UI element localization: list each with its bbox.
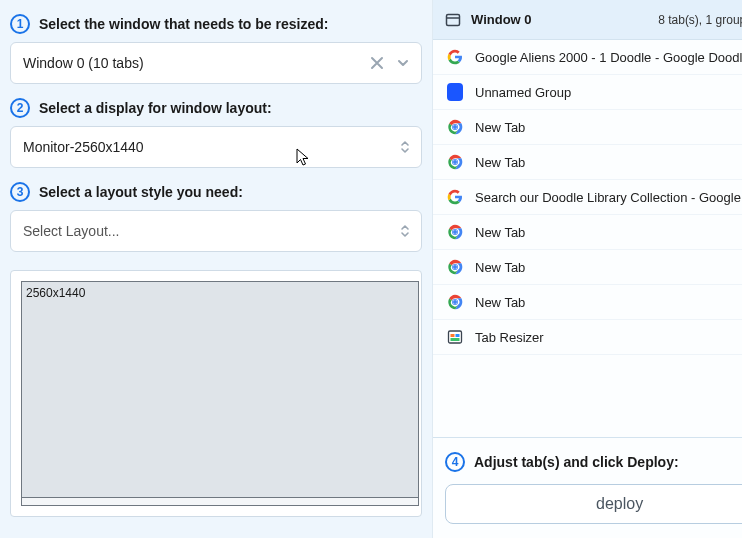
clear-icon[interactable] [369,55,385,71]
svg-point-13 [453,230,457,234]
google-icon [447,189,463,205]
google-icon [447,49,463,65]
sort-icon[interactable] [399,139,411,155]
window-select[interactable]: Window 0 (10 tabs) [10,42,422,84]
svg-point-17 [453,265,457,269]
display-select-value: Monitor-2560x1440 [23,139,144,155]
tab-label: Unnamed Group [475,85,571,100]
tab-label: New Tab [475,260,525,275]
tab-label: New Tab [475,155,525,170]
step-2-label: Select a display for window layout: [39,100,272,116]
svg-point-21 [453,300,457,304]
tab-row[interactable]: Google Aliens 2000 - 1 Doodle - Google D… [433,40,742,75]
svg-rect-24 [456,334,460,337]
chrome-icon [447,119,463,135]
tab-label: Search our Doodle Library Collection - G… [475,190,742,205]
window-title: Window 0 [471,12,532,27]
chrome-icon [447,294,463,310]
layout-preview-container: 2560x1440 [10,270,422,517]
window-meta: 8 tab(s), 1 group(s) [658,13,742,27]
tab-row[interactable]: New Tab [433,285,742,320]
step-3-label: Select a layout style you need: [39,184,243,200]
tab-label: New Tab [475,120,525,135]
step-1-header: 1 Select the window that needs to be res… [10,14,422,34]
svg-rect-23 [451,334,455,337]
group-icon [447,84,463,100]
svg-rect-25 [451,338,460,341]
svg-point-5 [453,125,457,129]
step-2-header: 2 Select a display for window layout: [10,98,422,118]
tab-label: New Tab [475,295,525,310]
svg-rect-22 [449,331,462,343]
resizer-icon [447,329,463,345]
step-3-badge: 3 [10,182,30,202]
tab-row[interactable]: Unnamed Group [433,75,742,110]
svg-point-9 [453,160,457,164]
svg-rect-0 [447,14,460,25]
chrome-icon [447,224,463,240]
chrome-icon [447,259,463,275]
layout-select[interactable]: Select Layout... [10,210,422,252]
step-4-label: Adjust tab(s) and click Deploy: [474,454,679,470]
tab-row[interactable]: New Tab [433,145,742,180]
window-icon [445,12,461,28]
sort-icon[interactable] [399,223,411,239]
preview-taskbar [22,497,418,505]
step-2-badge: 2 [10,98,30,118]
tab-list: Google Aliens 2000 - 1 Doodle - Google D… [433,40,742,437]
step-1-badge: 1 [10,14,30,34]
deploy-button[interactable]: deploy [445,484,742,524]
step-1-label: Select the window that needs to be resiz… [39,16,328,32]
layout-select-placeholder: Select Layout... [23,223,120,239]
chrome-icon [447,154,463,170]
tab-row[interactable]: New Tab [433,250,742,285]
layout-preview: 2560x1440 [21,281,419,506]
step-3-header: 3 Select a layout style you need: [10,182,422,202]
step-4-badge: 4 [445,452,465,472]
tab-label: Google Aliens 2000 - 1 Doodle - Google D… [475,50,742,65]
tab-row[interactable]: New Tab [433,215,742,250]
tab-row[interactable]: New Tab [433,110,742,145]
window-header[interactable]: Window 0 8 tab(s), 1 group(s) [433,0,742,40]
tab-row[interactable]: Search our Doodle Library Collection - G… [433,180,742,215]
chevron-down-icon[interactable] [395,55,411,71]
preview-resolution-label: 2560x1440 [26,286,85,300]
tab-row[interactable]: Tab Resizer [433,320,742,355]
tab-label: New Tab [475,225,525,240]
tab-label: Tab Resizer [475,330,544,345]
display-select[interactable]: Monitor-2560x1440 [10,126,422,168]
step-4-header: 4 Adjust tab(s) and click Deploy: [445,452,742,472]
window-select-value: Window 0 (10 tabs) [23,55,144,71]
